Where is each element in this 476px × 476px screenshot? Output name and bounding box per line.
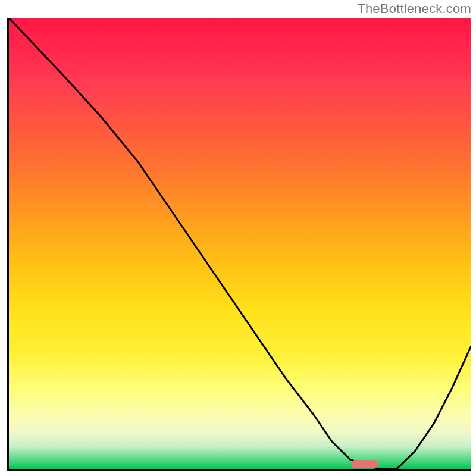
chart-container: TheBottleneck.com [0, 0, 476, 476]
bottleneck-curve [9, 18, 471, 469]
plot-area [7, 18, 471, 471]
watermark-text: TheBottleneck.com [357, 1, 471, 17]
optimal-marker [351, 460, 378, 468]
